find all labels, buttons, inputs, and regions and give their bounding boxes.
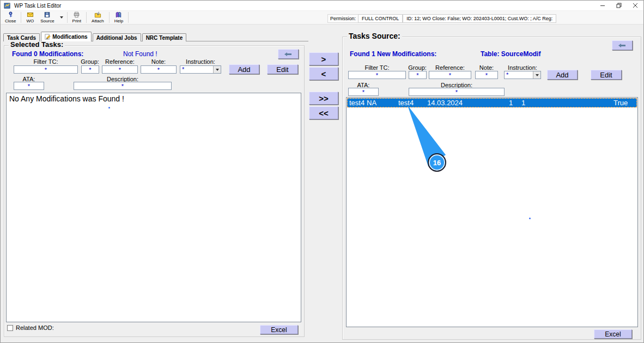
help-button[interactable]: Help — [111, 11, 126, 24]
add-button[interactable]: Add — [547, 70, 578, 80]
instruction-label: Instruction: — [508, 64, 537, 71]
artifact-dot — [108, 107, 110, 109]
restore-icon[interactable] — [611, 1, 627, 10]
description-input[interactable] — [74, 82, 172, 90]
attach-folder-icon — [94, 11, 101, 18]
description-input[interactable] — [409, 88, 505, 96]
window-title: WP Task List Editor — [14, 3, 61, 9]
note-label: Note: — [479, 64, 494, 71]
toolbar-button-label: Help — [114, 19, 123, 23]
source-dropdown-arrow[interactable] — [58, 11, 65, 24]
instruction-value: * — [505, 71, 533, 79]
tab-label: NRC Template — [146, 35, 183, 41]
row-count: 1 — [521, 98, 525, 107]
note-label: Note: — [151, 58, 166, 65]
filter-tc-input[interactable] — [14, 65, 78, 74]
found-count-text: Found 1 New Modifications: — [350, 50, 436, 58]
related-mod-row: Related MOD: — [7, 324, 54, 331]
toolbar-button-label: Attach — [92, 19, 104, 23]
wo-button[interactable]: WO — [23, 11, 37, 24]
tab-additional-jobs[interactable]: Additional Jobs — [93, 33, 141, 41]
excel-button-right[interactable]: Excel — [594, 329, 632, 339]
attach-button[interactable]: Attach — [88, 11, 107, 24]
selected-tasks-panel: Selected Tasks: Found 0 Modifications: N… — [4, 45, 305, 337]
reference-label: Reference: — [105, 58, 135, 65]
exit-door-icon — [7, 11, 14, 18]
ata-input[interactable] — [348, 88, 379, 96]
tasks-source-panel: Tasks Source: Found 1 New Modifications:… — [342, 37, 641, 340]
edit-button[interactable]: Edit — [591, 70, 622, 80]
app-icon — [4, 2, 11, 9]
note-input[interactable] — [475, 71, 498, 79]
filter-tc-label: Filter TC: — [33, 58, 58, 65]
wo-info: ID: 12; WO Close: False; WO: 202403-L000… — [403, 14, 556, 23]
tab-label: Task Cards — [7, 35, 36, 41]
filter-tc-label: Filter TC: — [364, 64, 389, 71]
print-button[interactable]: Print — [69, 11, 84, 24]
source-button[interactable]: Source — [37, 11, 57, 24]
tab-task-cards[interactable]: Task Cards — [3, 33, 40, 41]
group-input[interactable] — [81, 65, 99, 74]
tab-nrc-template[interactable]: NRC Template — [142, 33, 187, 41]
excel-button-left[interactable]: Excel — [260, 325, 298, 334]
minimize-icon[interactable] — [594, 1, 611, 10]
reference-input[interactable] — [102, 65, 138, 74]
filter-tc-input[interactable] — [348, 71, 406, 79]
combo-dropdown-arrow[interactable] — [213, 66, 221, 73]
move-all-right-button[interactable]: >> — [309, 92, 338, 105]
group-label: Group: — [81, 58, 99, 65]
move-left-button[interactable]: < — [309, 67, 338, 80]
tab-label: Additional Jobs — [96, 35, 137, 41]
tab-modifications[interactable]: Modifications — [41, 32, 91, 41]
move-all-left-button[interactable]: << — [309, 106, 338, 119]
selected-tasks-title: Selected Tasks: — [9, 40, 65, 49]
toolbar-separator — [67, 12, 68, 23]
related-mod-label: Related MOD: — [16, 324, 54, 331]
found-count-text: Found 0 Modifications: — [12, 50, 83, 58]
reference-input[interactable] — [429, 71, 471, 79]
printer-icon — [73, 11, 80, 18]
close-icon[interactable] — [627, 1, 643, 10]
toolbar-button-label: Print — [72, 19, 81, 23]
table-row[interactable]: test4 NA test4 14.03.2024 1 1 True — [347, 98, 637, 107]
selected-tasks-list[interactable]: No Any Modifications was Found ! — [6, 93, 301, 322]
toolbar-button-label: Close — [5, 19, 16, 23]
note-input[interactable] — [141, 65, 177, 74]
move-right-button[interactable]: > — [309, 52, 338, 65]
tasks-source-title: Tasks Source: — [347, 32, 402, 40]
ata-input[interactable] — [14, 82, 44, 90]
instruction-combo[interactable]: * — [180, 65, 221, 74]
chevron-down-icon — [216, 69, 219, 71]
empty-list-message: No Any Modifications was Found ! — [9, 94, 124, 103]
tasks-source-list[interactable]: test4 NA test4 14.03.2024 1 1 True — [346, 97, 638, 327]
add-button[interactable]: Add — [229, 64, 259, 74]
chevron-down-icon — [60, 16, 63, 19]
source-disk-icon — [44, 11, 51, 18]
combo-dropdown-arrow[interactable] — [533, 71, 540, 79]
instruction-combo[interactable]: * — [504, 71, 541, 79]
table-name-text: Table: SourceModif — [481, 50, 540, 58]
row-group: NA — [367, 98, 376, 107]
related-mod-checkbox[interactable] — [7, 325, 13, 331]
reference-label: Reference: — [435, 64, 465, 71]
tab-label: Modifications — [52, 34, 87, 40]
app-window: WP Task List Editor — [0, 0, 644, 343]
chevron-down-icon — [536, 74, 539, 76]
work-order-envelope-icon — [27, 11, 34, 18]
window-controls — [594, 1, 643, 10]
title-bar: WP Task List Editor — [1, 1, 643, 11]
toolbar-button-label: WO — [26, 19, 34, 23]
edit-button[interactable]: Edit — [267, 64, 298, 74]
status-bar: Permission: FULL CONTROL ID: 12; WO Clos… — [327, 14, 556, 23]
tab-strip: Task Cards Modifications Additional Jobs… — [3, 32, 308, 41]
group-input[interactable] — [409, 71, 427, 79]
collapse-panel-button[interactable] — [612, 40, 633, 50]
row-active: True — [613, 98, 628, 107]
group-label: Group: — [408, 64, 427, 71]
close-button[interactable]: Close — [2, 11, 19, 24]
collapse-panel-button[interactable] — [278, 49, 299, 59]
permission-value: FULL CONTROL — [358, 14, 403, 23]
permission-label: Permission: — [327, 14, 358, 23]
toolbar-separator — [86, 12, 87, 23]
not-found-text: Not Found ! — [123, 50, 157, 58]
